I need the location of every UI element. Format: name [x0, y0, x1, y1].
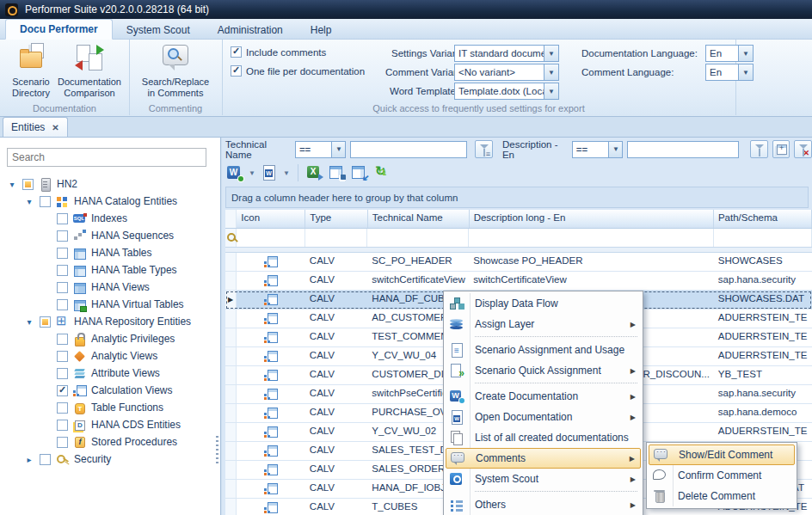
- expander-icon[interactable]: ▾: [24, 317, 34, 327]
- column-header-type[interactable]: Type: [305, 210, 367, 228]
- apply-filter-button[interactable]: [750, 140, 768, 158]
- checkbox[interactable]: [40, 316, 51, 328]
- tab-help[interactable]: Help: [297, 21, 346, 40]
- tree-item-security[interactable]: ▸Security: [0, 451, 219, 468]
- tab-administration[interactable]: Administration: [204, 21, 297, 40]
- tree-item-indexes[interactable]: Indexes: [0, 210, 219, 227]
- checkbox[interactable]: [57, 265, 68, 276]
- checkbox[interactable]: [57, 213, 68, 224]
- checkbox[interactable]: [57, 368, 68, 379]
- description-filter-input[interactable]: [627, 141, 739, 158]
- column-header-icon[interactable]: Icon: [237, 210, 305, 228]
- refresh-button[interactable]: [372, 163, 391, 182]
- menu-item-create-documentation[interactable]: Create Documentation▶: [446, 386, 641, 407]
- checkbox-icon[interactable]: [231, 65, 242, 77]
- search-replace-comments-button[interactable]: Search/Replace in Comments: [139, 43, 212, 99]
- restore-grid-layout-button[interactable]: [350, 163, 369, 182]
- checkbox[interactable]: [57, 248, 68, 259]
- checkbox[interactable]: [57, 437, 68, 448]
- checkbox[interactable]: [22, 179, 34, 190]
- comment-variant-combo[interactable]: <No variant> ▼: [454, 64, 559, 81]
- word-template-combo[interactable]: Template.dotx (Local) ▼: [454, 83, 559, 100]
- filter-customize-button[interactable]: [772, 140, 790, 158]
- expander-icon[interactable]: ▾: [24, 197, 34, 206]
- tree-item-analytic-privileges[interactable]: Analytic Privileges: [0, 330, 219, 347]
- include-comments-checkbox[interactable]: Include comments: [231, 46, 326, 58]
- tree-item-table-functions[interactable]: Table Functions: [0, 399, 219, 416]
- dropdown-arrow-icon[interactable]: ▼: [331, 142, 345, 157]
- tab-system-scout[interactable]: System Scout: [113, 21, 204, 40]
- checkbox[interactable]: [40, 196, 51, 207]
- checkbox[interactable]: [57, 420, 68, 431]
- description-operator-combo[interactable]: == ▼: [572, 141, 624, 158]
- one-file-per-doc-checkbox[interactable]: One file per documentation: [231, 65, 365, 77]
- column-header-technical-name[interactable]: Technical Name: [368, 210, 470, 228]
- open-word-documentation-button[interactable]: [260, 163, 279, 182]
- menu-item-scenario-quick-assignment[interactable]: Scenario Quick Assignment▶: [446, 360, 641, 381]
- tree-item-attribute-views[interactable]: Attribute Views: [0, 365, 219, 382]
- table-row[interactable]: CALVSC_PO_HEADERShowcase PO_HEADERSHOWCA…: [225, 253, 812, 272]
- tree-item-hana-repository-entities[interactable]: ▾HANA Repository Entities: [0, 313, 219, 330]
- documentation-comparison-button[interactable]: Documentation Comparison: [53, 43, 126, 99]
- expander-icon[interactable]: ▾: [7, 180, 17, 189]
- checkbox[interactable]: [57, 282, 68, 293]
- dropdown-arrow-icon[interactable]: ▼: [248, 169, 256, 177]
- settings-variant-combo[interactable]: IT standard documen... ▼: [454, 45, 559, 62]
- technical-name-filter-input[interactable]: [350, 141, 467, 158]
- checkbox[interactable]: [57, 402, 68, 414]
- export-excel-button[interactable]: [305, 163, 324, 182]
- technical-name-operator-combo[interactable]: == ▼: [295, 141, 347, 158]
- checkbox[interactable]: [57, 385, 68, 396]
- menu-item-comments[interactable]: Comments▶: [446, 448, 641, 469]
- tree-item-calculation-views[interactable]: Calculation Views: [0, 382, 219, 399]
- checkbox[interactable]: [57, 334, 68, 345]
- menu-item-display-data-flow[interactable]: Display Data Flow: [446, 293, 641, 314]
- dropdown-arrow-icon[interactable]: ▼: [544, 83, 558, 99]
- menu-item-show-edit-comment[interactable]: Show/Edit Comment: [649, 444, 795, 465]
- tree-item-hana-table-types[interactable]: HANA Table Types: [0, 261, 219, 279]
- table-row[interactable]: CALVswitchCertificateViewswitchCertifica…: [225, 272, 812, 291]
- filter-cell[interactable]: [305, 229, 367, 247]
- menu-item-scenario-assignment-and-usage[interactable]: Scenario Assignment and Usage: [446, 340, 641, 360]
- documentation-language-combo[interactable]: En ▼: [705, 45, 754, 62]
- tree-item-hana-virtual-tables[interactable]: HANA Virtual Tables: [0, 296, 219, 313]
- checkbox[interactable]: [57, 351, 68, 362]
- splitter-grip[interactable]: [216, 434, 218, 463]
- tree-item-hana-catalog-entities[interactable]: ▾HANA Catalog Entities: [0, 193, 219, 210]
- create-word-documentation-button[interactable]: [225, 163, 244, 182]
- tree-item-analytic-views[interactable]: Analytic Views: [0, 347, 219, 365]
- tree-item-hana-views[interactable]: HANA Views: [0, 279, 219, 296]
- column-header-path-schema[interactable]: Path/Schema: [714, 210, 812, 228]
- save-grid-layout-button[interactable]: [328, 163, 347, 182]
- checkbox[interactable]: [57, 230, 68, 242]
- tab-docu-performer[interactable]: Docu Performer: [5, 19, 113, 40]
- dropdown-arrow-icon[interactable]: ▼: [282, 169, 291, 177]
- menu-item-others[interactable]: Others▶: [446, 494, 641, 515]
- menu-item-confirm-comment[interactable]: Confirm Comment: [649, 465, 795, 486]
- filter-options-button[interactable]: [475, 140, 493, 158]
- dropdown-arrow-icon[interactable]: ▼: [544, 46, 558, 61]
- comment-language-combo[interactable]: En ▼: [705, 64, 754, 81]
- menu-item-delete-comment[interactable]: Delete Comment: [649, 486, 795, 506]
- filter-cell[interactable]: [469, 229, 714, 247]
- search-input[interactable]: [7, 148, 206, 167]
- filter-cell[interactable]: [367, 229, 469, 247]
- dropdown-arrow-icon[interactable]: ▼: [738, 64, 753, 80]
- dropdown-arrow-icon[interactable]: ▼: [544, 64, 558, 80]
- menu-item-assign-layer[interactable]: Assign Layer▶: [446, 314, 641, 334]
- clear-filter-button[interactable]: [794, 140, 812, 158]
- tree-item-hana-tables[interactable]: HANA Tables: [0, 244, 219, 261]
- menu-item-list-of-all-created-documentations[interactable]: List of all created documentations: [446, 427, 641, 448]
- menu-item-open-documentation[interactable]: Open Documentation▶: [446, 407, 641, 427]
- group-by-panel[interactable]: Drag a column header here to group by th…: [225, 187, 809, 208]
- column-header-description-long-en[interactable]: Description long - En: [470, 210, 714, 228]
- filter-cell[interactable]: [237, 229, 305, 247]
- dropdown-arrow-icon[interactable]: ▼: [608, 142, 622, 157]
- checkbox[interactable]: [40, 454, 51, 465]
- tab-entities[interactable]: Entities ✕: [3, 117, 68, 137]
- tree-item-hana-cds-entities[interactable]: HANA CDS Entities: [0, 416, 219, 433]
- close-icon[interactable]: ✕: [52, 123, 58, 132]
- tree-item-hana-sequences[interactable]: HANA Sequences: [0, 227, 219, 244]
- expander-icon[interactable]: ▸: [24, 455, 34, 464]
- checkbox-icon[interactable]: [231, 46, 242, 58]
